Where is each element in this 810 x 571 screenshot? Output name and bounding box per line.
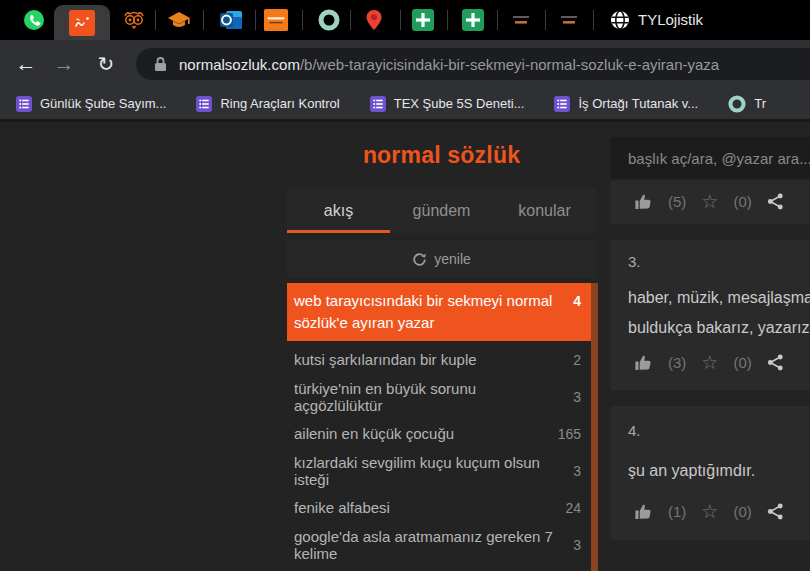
trendyol-icon[interactable] [264, 8, 288, 32]
topic-count: 3 [573, 537, 581, 553]
entry-footer: (1) ☆ (0) [634, 502, 784, 521]
favorite-count: (0) [733, 354, 751, 371]
search-input[interactable] [610, 137, 810, 179]
tab-gundem[interactable]: gündem [390, 189, 493, 233]
mini-doc-icon[interactable] [509, 8, 533, 32]
entry-text: şu an yaptığımdır. [628, 456, 755, 486]
topic-row[interactable]: google'da asla aratmamanız gereken 7 kel… [287, 526, 591, 563]
share-icon[interactable] [767, 193, 784, 210]
tab-konular[interactable]: konular [493, 189, 596, 233]
back-icon[interactable]: ← [12, 50, 40, 78]
teal-ring-icon[interactable] [317, 8, 341, 32]
topic-count: 4 [573, 290, 581, 309]
bookmark-label: Günlük Şube Sayım... [40, 96, 166, 111]
entry-text-line1: haber, müzik, mesajlaşma u [628, 289, 810, 306]
site-nav-tabs: akış gündem konular [287, 189, 596, 233]
list-icon [370, 96, 386, 112]
favorite-icon[interactable]: ☆ [701, 502, 718, 521]
refresh-button[interactable]: yenile [287, 240, 596, 278]
bookmark-label: İş Ortağı Tutanak v... [578, 96, 698, 111]
like-count: (3) [668, 354, 686, 371]
share-icon[interactable] [767, 354, 784, 371]
entry-number: 4. [628, 422, 641, 439]
tab-separator [155, 10, 156, 30]
topic-title: fenike alfabesi [294, 499, 565, 516]
tab-separator [203, 10, 204, 30]
topic-list: web tarayıcısındaki bir sekmeyi normal s… [287, 283, 591, 563]
bookmark-ring-araclari-kontrol[interactable]: Ring Araçları Kontrol [196, 96, 339, 112]
mini-doc-icon[interactable] [557, 8, 581, 32]
entry-card-partial: (5) ☆ (0) [610, 180, 810, 224]
bookmark-gunluk-sube-sayim[interactable]: Günlük Şube Sayım... [16, 96, 166, 112]
browser-toolbar: ← → ↻ normalsozluk.com/b/web-tarayicisin… [0, 40, 810, 88]
like-count: (1) [668, 503, 686, 520]
forward-icon[interactable]: → [50, 50, 78, 78]
entry-footer: (3) ☆ (0) [634, 353, 784, 372]
list-icon [196, 96, 212, 112]
topic-list-scrollbar[interactable] [591, 283, 598, 571]
topic-row[interactable]: türkiye'nin en büyük sorunu açgözlülüktü… [287, 378, 591, 415]
like-count: (5) [668, 193, 686, 210]
reload-icon[interactable]: ↻ [92, 50, 120, 78]
topic-count: 2 [573, 352, 581, 368]
bookmark-label: Tr [754, 96, 766, 111]
refresh-label: yenile [434, 251, 471, 267]
topic-row[interactable]: ailenin en küçük çocuğu 165 [287, 415, 591, 452]
active-tab-normal-sozluk[interactable] [54, 5, 110, 40]
outlook-icon[interactable] [219, 8, 243, 32]
lock-icon [154, 56, 167, 72]
tab-separator [400, 10, 401, 30]
green-plus-icon[interactable] [461, 8, 485, 32]
url-path: /b/web-tarayicisindaki-bir-sekmeyi-norma… [300, 56, 719, 73]
share-icon[interactable] [767, 503, 784, 520]
normal-sozluk-favicon [69, 10, 95, 36]
like-icon[interactable] [634, 192, 653, 211]
entry-footer: (5) ☆ (0) [634, 192, 784, 211]
entry-card-4: 4. şu an yaptığımdır. (1) ☆ (0) [610, 406, 810, 540]
topic-title: web tarayıcısındaki bir sekmeyi normal s… [294, 290, 573, 334]
favorite-icon[interactable]: ☆ [701, 353, 718, 372]
globe-icon [608, 8, 632, 32]
site-title[interactable]: normal sözlük [287, 142, 596, 169]
bookmark-tr[interactable]: Tr [728, 95, 766, 113]
green-plus-icon[interactable] [411, 8, 435, 32]
refresh-icon [412, 252, 427, 267]
whatsapp-icon[interactable] [22, 8, 46, 32]
entry-number: 3. [628, 253, 641, 270]
topic-row[interactable]: kutsi şarkılarından bir kuple 2 [287, 341, 591, 378]
bookmark-label: TEX Şube 5S Deneti... [394, 96, 525, 111]
topic-row[interactable]: kızlardaki sevgilim kuçu kuçum olsun ist… [287, 452, 591, 489]
tab-title-tylojistik[interactable]: TYLojistik [638, 11, 703, 28]
topic-title: kutsi şarkılarından bir kuple [294, 351, 573, 368]
browser-window: TYLojistik ← → ↻ normalsozluk.com/b/web-… [0, 0, 810, 571]
list-icon [554, 96, 570, 112]
tab-separator [255, 10, 256, 30]
bookmark-is-ortagi-tutanak[interactable]: İş Ortağı Tutanak v... [554, 96, 698, 112]
topic-title: google'da asla aratmamanız gereken 7 kel… [294, 528, 573, 562]
teal-ring-icon [728, 95, 746, 113]
map-pin-icon[interactable] [362, 8, 386, 32]
topic-count: 24 [565, 500, 581, 516]
topic-title: ailenin en küçük çocuğu [294, 425, 558, 442]
url-domain: normalsozluk.com [179, 56, 300, 73]
bookmark-tex-sube-5s[interactable]: TEX Şube 5S Deneti... [370, 96, 525, 112]
topic-row-active[interactable]: web tarayıcısındaki bir sekmeyi normal s… [287, 283, 591, 341]
tab-separator [497, 10, 498, 30]
browser-tab-strip: TYLojistik [0, 0, 810, 40]
address-bar[interactable]: normalsozluk.com/b/web-tarayicisindaki-b… [136, 48, 810, 80]
topic-title: kızlardaki sevgilim kuçu kuçum olsun ist… [294, 454, 573, 488]
tab-akis[interactable]: akış [287, 189, 390, 233]
topic-count: 3 [573, 389, 581, 405]
graduation-cap-icon[interactable] [167, 8, 191, 32]
owl-icon[interactable] [122, 8, 146, 32]
like-icon[interactable] [634, 353, 653, 372]
tab-separator [447, 10, 448, 30]
entry-card-3: 3. haber, müzik, mesajlaşma u buldukça b… [610, 240, 810, 390]
favorite-count: (0) [733, 503, 751, 520]
topic-row[interactable]: fenike alfabesi 24 [287, 489, 591, 526]
like-icon[interactable] [634, 502, 653, 521]
page-content: normal sözlük akış gündem konular yenile… [0, 125, 810, 571]
bookmarks-bar: Günlük Şube Sayım... Ring Araçları Kontr… [0, 88, 810, 122]
favorite-icon[interactable]: ☆ [701, 192, 718, 211]
bookmark-label: Ring Araçları Kontrol [220, 96, 339, 111]
